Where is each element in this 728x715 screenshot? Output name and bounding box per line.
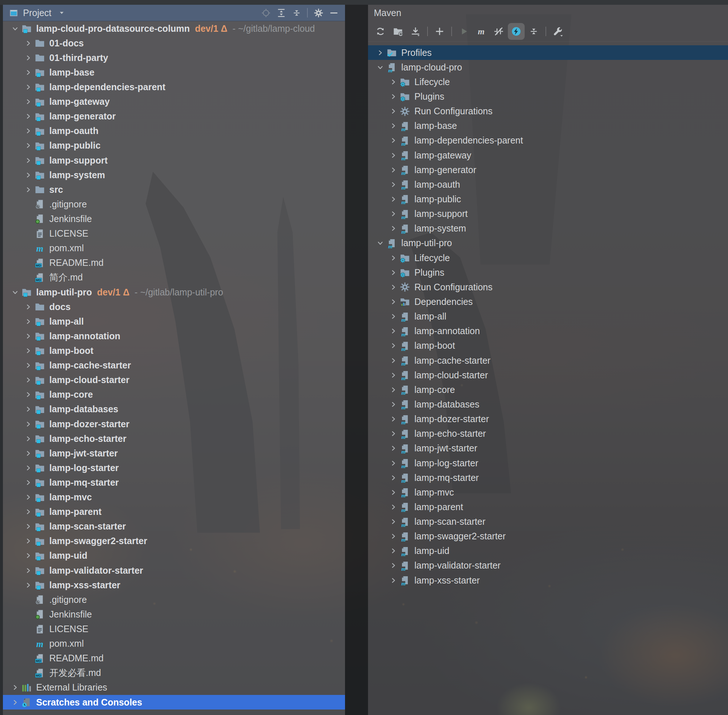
tree-item-lamp-log-starter[interactable]: mlamp-log-starter — [368, 456, 728, 470]
chevron-right-icon[interactable] — [23, 184, 33, 195]
tree-item-lamp-jwt-starter[interactable]: mlamp-jwt-starter — [368, 441, 728, 456]
tree-item-lamp-databases[interactable]: lamp-databases — [3, 402, 345, 417]
tree-item-readme-md[interactable]: MDREADME.md — [3, 256, 345, 270]
chevron-right-icon[interactable] — [23, 418, 33, 430]
chevron-right-icon[interactable] — [23, 448, 33, 459]
chevron-right-icon[interactable] — [388, 282, 399, 293]
chevron-right-icon[interactable] — [388, 370, 399, 380]
chevron-right-icon[interactable] — [23, 433, 33, 444]
chevron-right-icon[interactable] — [23, 462, 33, 473]
chevron-right-icon[interactable] — [388, 179, 399, 190]
chevron-right-icon[interactable] — [388, 575, 399, 586]
chevron-right-icon[interactable] — [388, 531, 399, 542]
chevron-right-icon[interactable] — [23, 507, 33, 517]
chevron-right-icon[interactable] — [23, 389, 33, 400]
chevron-right-icon[interactable] — [388, 443, 399, 454]
tree-item-lamp-swagger2-starter[interactable]: lamp-swagger2-starter — [3, 534, 345, 549]
chevron-right-icon[interactable] — [388, 399, 399, 410]
tree-item-lamp-base[interactable]: lamp-base — [3, 65, 345, 80]
chevron-right-icon[interactable] — [9, 682, 20, 693]
skip-tests-icon[interactable] — [490, 23, 507, 40]
chevron-down-icon[interactable] — [58, 9, 65, 17]
chevron-right-icon[interactable] — [23, 155, 33, 166]
chevron-right-icon[interactable] — [388, 546, 399, 557]
tree-item-lamp-log-starter[interactable]: lamp-log-starter — [3, 460, 345, 475]
tree-item-lamp-generator[interactable]: mlamp-generator — [368, 163, 728, 177]
locate-icon[interactable] — [258, 6, 273, 20]
project-view-selector[interactable]: Project — [23, 8, 51, 18]
tree-item-简介-md[interactable]: MD简介.md — [3, 270, 345, 285]
chevron-right-icon[interactable] — [375, 47, 386, 58]
tree-item-lamp-echo-starter[interactable]: lamp-echo-starter — [3, 431, 345, 446]
chevron-right-icon[interactable] — [23, 126, 33, 137]
tree-item-lamp-annotation[interactable]: lamp-annotation — [3, 329, 345, 343]
tree-item-lamp-cloud-pro-datasource-column[interactable]: lamp-cloud-pro-datasource-columndev/1 Δ-… — [3, 21, 345, 36]
tree-item-docs[interactable]: docs — [3, 299, 345, 314]
chevron-right-icon[interactable] — [9, 697, 20, 708]
tree-item-license[interactable]: LICENSE — [3, 621, 345, 636]
tree-item-lamp-uid[interactable]: mlamp-uid — [368, 544, 728, 558]
chevron-right-icon[interactable] — [23, 404, 33, 415]
tree-item-lamp-boot[interactable]: lamp-boot — [3, 343, 345, 358]
tree-item-lamp-scan-starter[interactable]: lamp-scan-starter — [3, 519, 345, 534]
collapse-all-icon[interactable] — [289, 6, 304, 20]
tree-item-lamp-cloud-starter[interactable]: lamp-cloud-starter — [3, 373, 345, 388]
chevron-right-icon[interactable] — [388, 91, 399, 102]
tree-item-lamp-echo-starter[interactable]: mlamp-echo-starter — [368, 427, 728, 441]
chevron-right-icon[interactable] — [388, 428, 399, 439]
tree-item-run-configurations[interactable]: Run Configurations — [368, 104, 728, 119]
chevron-right-icon[interactable] — [388, 311, 399, 322]
tree-item-gitignore[interactable]: .gitignore — [3, 197, 345, 211]
chevron-right-icon[interactable] — [388, 150, 399, 161]
tree-item-dependencies[interactable]: Dependencies — [368, 294, 728, 309]
chevron-right-icon[interactable] — [388, 252, 399, 263]
chevron-right-icon[interactable] — [388, 164, 399, 175]
tree-item-lamp-support[interactable]: mlamp-support — [368, 207, 728, 221]
download-sources-icon[interactable] — [407, 23, 424, 40]
settings-wrench-icon[interactable] — [549, 23, 566, 40]
chevron-right-icon[interactable] — [388, 121, 399, 131]
chevron-down-icon[interactable] — [375, 238, 386, 249]
chevron-right-icon[interactable] — [388, 457, 399, 469]
reload-icon[interactable] — [372, 23, 389, 40]
tree-item-lamp-core[interactable]: lamp-core — [3, 388, 345, 402]
tree-item-lamp-mvc[interactable]: lamp-mvc — [3, 490, 345, 505]
tree-item-lamp-generator[interactable]: lamp-generator — [3, 109, 345, 124]
chevron-right-icon[interactable] — [388, 560, 399, 571]
chevron-right-icon[interactable] — [23, 316, 33, 327]
tree-item-run-configurations[interactable]: Run Configurations — [368, 280, 728, 294]
tree-item-lamp-base[interactable]: mlamp-base — [368, 119, 728, 133]
collapse-all-icon[interactable] — [525, 23, 542, 40]
tree-item-plugins[interactable]: Plugins — [368, 265, 728, 280]
tree-item-lamp-mvc[interactable]: mlamp-mvc — [368, 485, 728, 499]
tree-item-plugins[interactable]: Plugins — [368, 89, 728, 104]
tree-item-license[interactable]: LICENSE — [3, 226, 345, 241]
tree-item-scratches-and-consoles[interactable]: Scratches and Consoles — [3, 695, 345, 709]
tree-item-lifecycle[interactable]: Lifecycle — [368, 74, 728, 89]
chevron-right-icon[interactable] — [23, 579, 33, 590]
chevron-down-icon[interactable] — [9, 287, 20, 298]
chevron-right-icon[interactable] — [23, 550, 33, 561]
chevron-right-icon[interactable] — [23, 97, 33, 107]
chevron-down-icon[interactable] — [375, 62, 386, 73]
tree-item-lamp-parent[interactable]: lamp-parent — [3, 505, 345, 519]
tree-item-jenkinsfile[interactable]: Jenkinsfile — [3, 607, 345, 621]
tree-item-lamp-xss-starter[interactable]: mlamp-xss-starter — [368, 573, 728, 588]
chevron-right-icon[interactable] — [388, 516, 399, 527]
chevron-right-icon[interactable] — [23, 169, 33, 180]
tree-item-pom-xml[interactable]: mpom.xml — [3, 637, 345, 651]
execute-goal-icon[interactable]: m — [473, 23, 490, 40]
chevron-right-icon[interactable] — [388, 76, 399, 87]
tree-item-lamp-scan-starter[interactable]: mlamp-scan-starter — [368, 514, 728, 529]
settings-icon[interactable] — [311, 6, 326, 20]
tree-item-src[interactable]: src — [3, 182, 345, 197]
chevron-right-icon[interactable] — [388, 106, 399, 117]
chevron-right-icon[interactable] — [388, 414, 399, 425]
tree-item-lamp-cache-starter[interactable]: lamp-cache-starter — [3, 358, 345, 373]
tree-item-gitignore[interactable]: .gitignore — [3, 592, 345, 607]
tree-item-lamp-system[interactable]: mlamp-system — [368, 221, 728, 236]
expand-all-icon[interactable] — [273, 6, 289, 20]
tree-item-lamp-cloud-starter[interactable]: mlamp-cloud-starter — [368, 368, 728, 382]
tree-item-lamp-support[interactable]: lamp-support — [3, 153, 345, 167]
tree-item-lamp-core[interactable]: mlamp-core — [368, 382, 728, 397]
